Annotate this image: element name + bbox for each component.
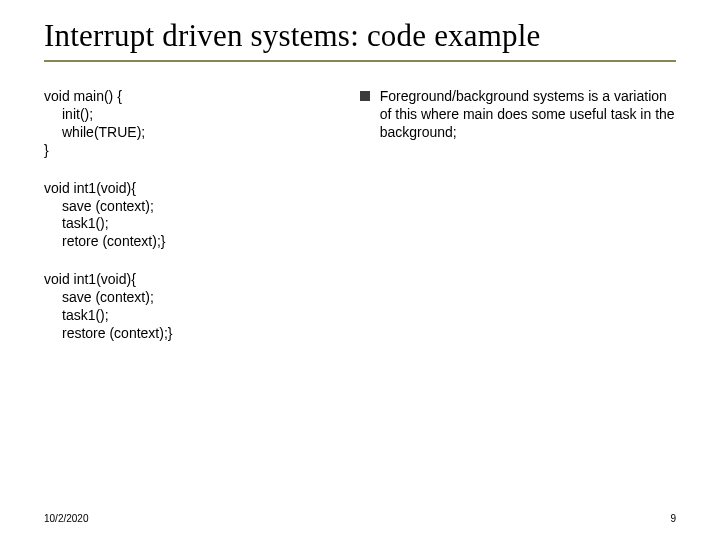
slide: Interrupt driven systems: code example v… bbox=[0, 0, 720, 540]
code-line: void main() { bbox=[44, 88, 122, 104]
code-line: restore (context);} bbox=[44, 325, 344, 343]
code-block-main: void main() { init(); while(TRUE); } bbox=[44, 88, 344, 160]
square-bullet-icon bbox=[360, 91, 370, 101]
code-line: void int1(void){ bbox=[44, 180, 136, 196]
bullet-item: Foreground/background systems is a varia… bbox=[360, 88, 676, 142]
code-line: save (context); bbox=[44, 198, 344, 216]
left-column: void main() { init(); while(TRUE); } voi… bbox=[44, 88, 354, 363]
code-line: task1(); bbox=[44, 307, 344, 325]
slide-title: Interrupt driven systems: code example bbox=[44, 18, 676, 54]
code-line: retore (context);} bbox=[44, 233, 344, 251]
bullet-text: Foreground/background systems is a varia… bbox=[380, 88, 676, 142]
code-line: init(); bbox=[44, 106, 344, 124]
footer: 10/2/2020 9 bbox=[44, 513, 676, 524]
title-underline bbox=[44, 60, 676, 62]
right-column: Foreground/background systems is a varia… bbox=[354, 88, 676, 363]
code-line: void int1(void){ bbox=[44, 271, 136, 287]
code-line: while(TRUE); bbox=[44, 124, 344, 142]
code-line: } bbox=[44, 142, 49, 158]
footer-page-number: 9 bbox=[670, 513, 676, 524]
code-block-int1a: void int1(void){ save (context); task1()… bbox=[44, 180, 344, 252]
code-line: task1(); bbox=[44, 215, 344, 233]
footer-date: 10/2/2020 bbox=[44, 513, 89, 524]
code-line: save (context); bbox=[44, 289, 344, 307]
code-block-int1b: void int1(void){ save (context); task1()… bbox=[44, 271, 344, 343]
content-area: void main() { init(); while(TRUE); } voi… bbox=[44, 88, 676, 363]
